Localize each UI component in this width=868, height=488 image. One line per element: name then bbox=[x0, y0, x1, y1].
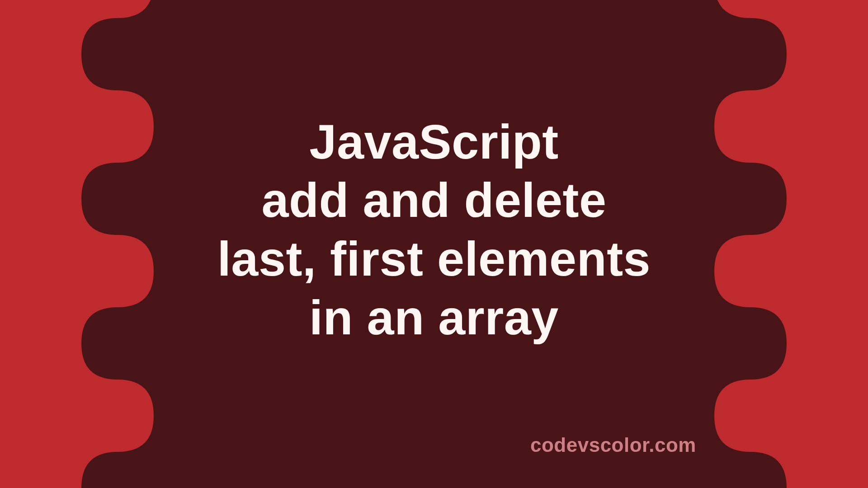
promo-banner: JavaScript add and delete last, first el… bbox=[0, 0, 868, 488]
banner-title: JavaScript add and delete last, first el… bbox=[217, 113, 651, 347]
watermark-text: codevscolor.com bbox=[530, 434, 696, 456]
banner-content: JavaScript add and delete last, first el… bbox=[0, 0, 868, 488]
